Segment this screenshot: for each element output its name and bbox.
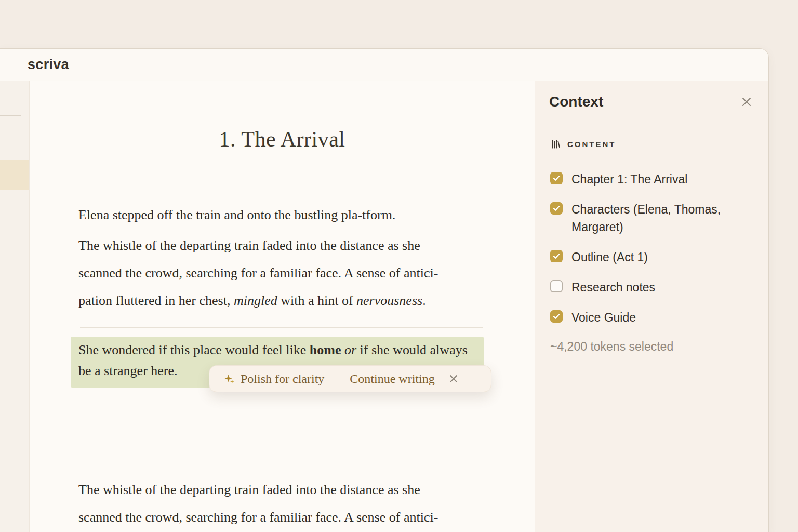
left-rail[interactable] (0, 81, 30, 532)
checkbox-checked[interactable] (550, 172, 563, 184)
checkbox-unchecked[interactable] (550, 280, 563, 292)
title-divider (80, 177, 483, 177)
text-line: The whistle of the departing train faded… (78, 232, 438, 259)
context-item[interactable]: Chapter 1: The Arrival (550, 170, 758, 188)
top-bar: scriva (0, 49, 768, 81)
sparkles-icon (223, 373, 235, 385)
context-panel: Context CONTENT Chapter 1: Th (535, 81, 768, 532)
checkbox-checked[interactable] (550, 310, 563, 323)
continue-writing-button[interactable]: Continue writing (350, 372, 434, 386)
section-divider (80, 327, 483, 328)
paragraph[interactable]: The whistle of the departing train faded… (78, 232, 438, 314)
tokens-selected-summary: ~4,200 tokens selected (550, 340, 673, 354)
checkbox-checked[interactable] (550, 202, 563, 215)
text-line: She wondered if this place would feel li… (78, 340, 484, 361)
text-line: Elena stepped off the train and onto the… (78, 201, 395, 229)
left-rail-active-item[interactable] (0, 160, 29, 190)
context-item-label: Characters (Elena, Thomas, Margaret) (571, 201, 738, 236)
text-line: The whistle of the departing train faded… (78, 476, 438, 503)
popup-close-button[interactable] (448, 374, 459, 384)
editor-surface[interactable]: 1. The Arrival Elena stepped off the tra… (30, 81, 535, 532)
context-item-label: Research notes (571, 278, 655, 296)
chapter-title: 1. The Arrival (30, 127, 535, 152)
close-icon (740, 96, 753, 108)
app-window: scriva 1. The Arrival Elena stepped off … (0, 48, 769, 532)
text-line: pation fluttered in her chest, mingled w… (78, 287, 438, 314)
close-icon (448, 374, 459, 384)
paragraph[interactable]: Elena stepped off the train and onto the… (78, 201, 395, 229)
context-item[interactable]: Outline (Act 1) (550, 248, 758, 266)
context-panel-close-button[interactable] (740, 96, 753, 108)
content-section-heading: CONTENT (550, 139, 616, 150)
library-books-icon (550, 139, 561, 150)
app-logo: scriva (28, 57, 69, 73)
context-item[interactable]: Research notes (550, 278, 758, 296)
paragraph[interactable]: The whistle of the departing train faded… (78, 476, 438, 531)
context-item-label: Outline (Act 1) (571, 248, 648, 266)
context-item-list: Chapter 1: The ArrivalCharacters (Elena,… (550, 170, 758, 339)
checkbox-checked[interactable] (550, 250, 563, 262)
ai-action-popup: Polish for clarity Continue writing (209, 365, 491, 392)
content-section-label: CONTENT (567, 140, 616, 149)
popup-divider (337, 372, 337, 385)
continue-button-label: Continue writing (350, 372, 434, 386)
context-panel-title: Context (549, 94, 603, 110)
context-item-label: Voice Guide (571, 309, 636, 326)
context-item[interactable]: Voice Guide (550, 309, 758, 326)
polish-for-clarity-button[interactable]: Polish for clarity (223, 372, 324, 386)
context-panel-header: Context (535, 81, 768, 123)
context-item[interactable]: Characters (Elena, Thomas, Margaret) (550, 201, 758, 236)
context-item-label: Chapter 1: The Arrival (571, 170, 687, 188)
polish-button-label: Polish for clarity (241, 372, 324, 386)
text-line: scanned the crowd, searching for a famil… (78, 503, 438, 531)
left-rail-divider (0, 115, 21, 116)
text-line: scanned the crowd, searching for a famil… (78, 259, 438, 287)
